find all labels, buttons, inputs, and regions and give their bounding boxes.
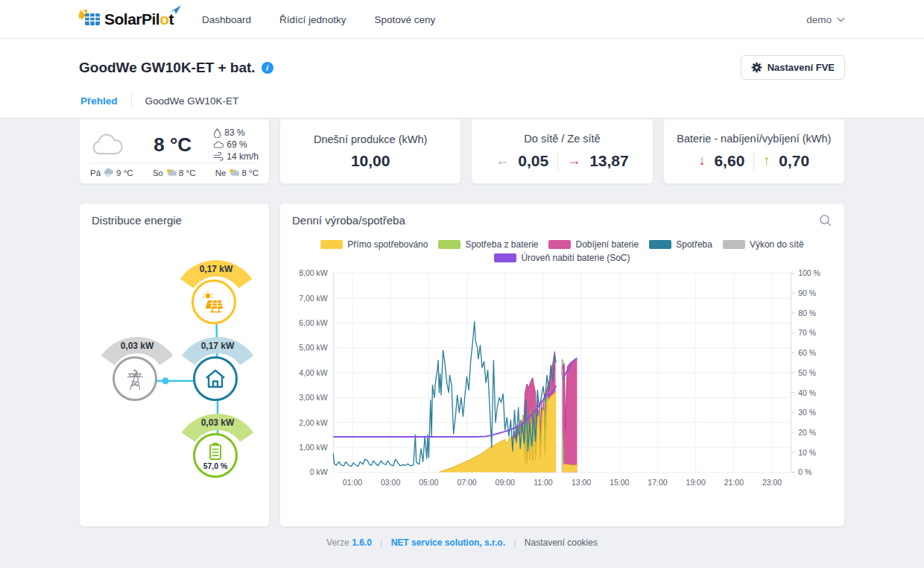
arrow-down-icon: ↓ bbox=[698, 153, 705, 168]
x-tick-label: 23:00 bbox=[762, 479, 782, 487]
humidity-value: 83 % bbox=[224, 127, 244, 138]
main-navigation: Dashboard Řídící jednotky Spotové ceny bbox=[202, 14, 778, 25]
wind-value: 14 km/h bbox=[227, 151, 259, 162]
y-right-tick-label: 40 % bbox=[798, 389, 816, 397]
y-right-tick-label: 80 % bbox=[798, 309, 816, 318]
logo-arrow-icon bbox=[169, 5, 181, 14]
chart-title: Denní výroba/spotřeba bbox=[292, 214, 819, 227]
legend-primo-spotrebovano[interactable]: Přímo spotřebováno bbox=[320, 239, 428, 250]
value-divider bbox=[753, 151, 754, 171]
y-left-tick-label: 7,00 kW bbox=[299, 294, 328, 303]
y-right-tick-label: 0 % bbox=[798, 468, 811, 476]
legend-soc[interactable]: Úroveň nabití baterie (SoC) bbox=[494, 253, 630, 263]
current-temperature: 8 °C bbox=[132, 133, 213, 157]
y-left-tick-label: 2,00 kW bbox=[299, 419, 328, 427]
nav-spotove-ceny[interactable]: Spotové ceny bbox=[374, 14, 435, 25]
gear-icon bbox=[751, 62, 762, 73]
rain-cloud-icon bbox=[103, 168, 114, 177]
user-name: demo bbox=[806, 14, 832, 25]
y-left-tick-label: 5,00 kW bbox=[299, 344, 328, 352]
y-left-tick-label: 3,00 kW bbox=[299, 394, 328, 402]
battery-power-value: 0,03 kW bbox=[201, 417, 235, 428]
battery-card: Baterie - nabíjení/vybíjení (kWh) ↓ 6,60… bbox=[663, 119, 845, 184]
chart-legend: Přímo spotřebováno Spotřeba z baterie Do… bbox=[292, 239, 832, 263]
solar-panel-logo-icon bbox=[79, 10, 101, 29]
nav-ridici-jednotky[interactable]: Řídící jednotky bbox=[279, 14, 346, 25]
battery-soc-value: 57,0 % bbox=[203, 461, 228, 470]
battery-charge-value: 6,60 bbox=[714, 152, 744, 170]
tab-prehled[interactable]: Přehled bbox=[79, 95, 131, 107]
x-tick-label: 21:00 bbox=[724, 479, 744, 487]
value-divider bbox=[557, 151, 558, 171]
legend-spotreba-z-baterie[interactable]: Spotřeba z baterie bbox=[438, 239, 538, 250]
y-right-tick-label: 30 % bbox=[798, 408, 816, 417]
cloud-icon bbox=[90, 132, 124, 157]
grid-exchange-card: Do sítě / Ze sítě ← 0,05 → 13,87 bbox=[471, 119, 653, 184]
company-link[interactable]: NET service solution, s.r.o. bbox=[391, 537, 505, 548]
settings-fve-button[interactable]: Nastavení FVE bbox=[741, 55, 845, 80]
x-tick-label: 15:00 bbox=[610, 479, 629, 487]
x-tick-label: 19:00 bbox=[686, 479, 706, 487]
legend-swatch bbox=[548, 240, 571, 249]
y-left-tick-label: 4,00 kW bbox=[299, 369, 328, 377]
info-icon[interactable]: i bbox=[262, 62, 273, 74]
version-number[interactable]: 1.6.0 bbox=[352, 537, 372, 548]
sun-cloud-icon bbox=[165, 168, 177, 177]
battery-discharge-value: 0,70 bbox=[779, 152, 809, 170]
zoom-icon[interactable] bbox=[819, 214, 832, 227]
forecast-saturday: So 8 °C bbox=[153, 168, 196, 177]
x-tick-label: 11:00 bbox=[534, 479, 553, 487]
house-power-value: 0,17 kW bbox=[201, 341, 235, 351]
x-tick-label: 03:00 bbox=[381, 479, 400, 487]
forecast-friday: Pá 9 °C bbox=[90, 168, 133, 177]
y-right-tick-label: 50 % bbox=[798, 369, 816, 377]
legend-spotreba[interactable]: Spotřeba bbox=[649, 239, 712, 250]
y-right-tick-label: 70 % bbox=[798, 329, 816, 337]
page-title: GoodWe GW10K-ET + bat. bbox=[79, 60, 256, 76]
battery-node[interactable]: 0,03 kW 57,0 % bbox=[173, 411, 262, 449]
flow-direction-dot bbox=[162, 378, 169, 385]
legend-swatch bbox=[438, 240, 461, 249]
settings-fve-label: Nastavení FVE bbox=[768, 62, 835, 73]
solar-node[interactable]: 0,17 kW bbox=[171, 258, 261, 295]
humidity-icon bbox=[213, 128, 221, 138]
distribution-title: Distribuce energie bbox=[92, 214, 257, 227]
production-value: 10,00 bbox=[351, 152, 390, 170]
y-left-tick-label: 8,00 kW bbox=[299, 269, 328, 277]
tab-goodwe-gw10k-et[interactable]: GoodWe GW10K-ET bbox=[132, 95, 253, 107]
x-tick-label: 09:00 bbox=[496, 479, 515, 487]
nav-dashboard[interactable]: Dashboard bbox=[202, 14, 251, 25]
x-tick-label: 01:00 bbox=[343, 479, 362, 487]
production-consumption-chart[interactable]: 0 kW1,00 kW2,00 kW3,00 kW4,00 kW5,00 kW6… bbox=[292, 265, 832, 490]
power-tower-icon bbox=[124, 367, 146, 391]
stat-cards-row: 8 °C 83 % 69 % 14 km/h Pá 9 °C So 8 °C bbox=[79, 119, 845, 184]
page-header: GoodWe GW10K-ET + bat. i Nastavení FVE bbox=[0, 39, 924, 119]
wind-icon bbox=[213, 152, 224, 161]
y-left-tick-label: 6,00 kW bbox=[299, 319, 328, 327]
battery-title: Baterie - nabíjení/vybíjení (kWh) bbox=[677, 133, 831, 145]
x-tick-label: 05:00 bbox=[419, 479, 438, 487]
legend-dobijeni-baterie[interactable]: Dobíjení baterie bbox=[548, 239, 639, 250]
tab-bar: Přehled GoodWe GW10K-ET bbox=[79, 93, 845, 118]
page-footer: Verze 1.6.0 | NET service solution, s.r.… bbox=[0, 527, 924, 563]
cookies-settings-link[interactable]: Nastavení cookies bbox=[525, 537, 598, 548]
house-node[interactable]: 0,17 kW bbox=[173, 335, 262, 372]
forecast-sunday: Ne 8 °C bbox=[215, 168, 259, 177]
to-grid-value: 0,05 bbox=[518, 152, 548, 170]
y-right-tick-label: 10 % bbox=[798, 449, 816, 457]
energy-distribution-panel: Distribuce energie 0,17 kW bbox=[79, 203, 270, 527]
house-icon bbox=[203, 367, 227, 390]
legend-swatch bbox=[649, 240, 671, 249]
y-left-tick-label: 1,00 kW bbox=[299, 444, 328, 452]
solar-power-value: 0,17 kW bbox=[200, 264, 233, 274]
solarpilot-logo[interactable]: SolarPilot bbox=[79, 10, 174, 29]
arrow-up-icon: ↑ bbox=[763, 153, 770, 168]
grid-node[interactable]: 0,03 kW bbox=[92, 335, 182, 372]
sun-cloud-icon bbox=[228, 168, 239, 177]
y-left-tick-label: 0 kW bbox=[310, 468, 328, 476]
user-menu[interactable]: demo bbox=[806, 14, 845, 25]
chevron-down-icon bbox=[837, 17, 845, 22]
legend-swatch bbox=[723, 240, 745, 249]
version-label: Verze bbox=[326, 537, 349, 548]
legend-vykon-do-site[interactable]: Výkon do sítě bbox=[723, 239, 804, 250]
